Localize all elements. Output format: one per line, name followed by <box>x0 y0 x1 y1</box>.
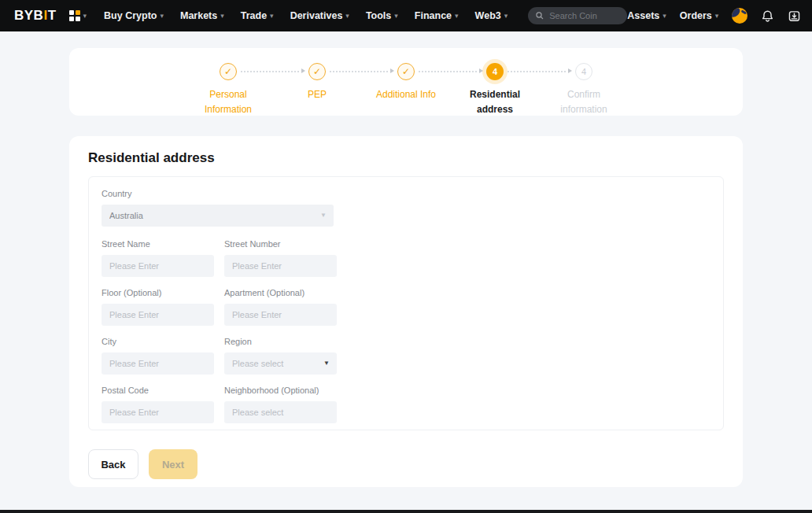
chevron-down-icon: ▾ <box>455 13 459 20</box>
form-actions: Back Next <box>88 449 724 479</box>
country-field: Country ▼ <box>102 189 710 227</box>
chevron-down-icon: ▾ <box>160 13 164 20</box>
street-number-input[interactable] <box>224 255 337 277</box>
assets-menu[interactable]: Assets▾ <box>627 10 666 21</box>
region-field: Region ▼ <box>224 337 337 375</box>
kyc-stepper-card: Personal Information PEP Additional Info… <box>69 48 743 116</box>
nav-label: Markets <box>180 10 217 21</box>
country-select[interactable] <box>102 205 334 227</box>
step-label: Additional Info <box>370 87 442 102</box>
chevron-down-icon: ▾ <box>715 13 719 20</box>
field-label: Region <box>224 337 337 347</box>
nav-item-web3[interactable]: Web3▾ <box>475 10 508 21</box>
apps-menu-button[interactable]: ▾ <box>69 10 87 21</box>
logo-text: BYB <box>14 8 43 23</box>
chevron-down-icon: ▾ <box>663 13 666 20</box>
step-label: Confirm information <box>548 87 620 116</box>
page-title: Residential address <box>88 150 724 166</box>
street-number-field: Street Number <box>224 239 337 277</box>
country-label: Country <box>102 189 710 199</box>
logo-text: T <box>48 8 57 23</box>
coin-search-box[interactable] <box>528 7 627 24</box>
step-check-icon <box>308 63 326 80</box>
top-nav-bar: BYBIT ▾ Buy Crypto▾ Markets▾ Trade▾ Deri… <box>0 0 812 31</box>
neighborhood-select[interactable] <box>224 401 337 423</box>
neighborhood-field: Neighborhood (Optional) <box>224 386 337 423</box>
step-label: PEP <box>281 87 353 102</box>
nav-item-buy-crypto[interactable]: Buy Crypto▾ <box>104 10 164 21</box>
chevron-down-icon: ▾ <box>504 13 508 20</box>
nav-label: Web3 <box>475 10 501 21</box>
nav-label: Finance <box>415 10 452 21</box>
floor-field: Floor (Optional) <box>102 288 214 326</box>
nav-label: Orders <box>680 10 712 21</box>
nav-label: Tools <box>366 10 391 21</box>
nav-item-derivatives[interactable]: Derivatives▾ <box>290 10 349 21</box>
postal-code-field: Postal Code <box>102 386 214 423</box>
street-name-field: Street Name <box>102 239 214 277</box>
back-button[interactable]: Back <box>88 449 138 479</box>
street-name-input[interactable] <box>102 255 214 277</box>
nav-label: Assets <box>627 10 659 21</box>
field-label: Street Name <box>102 239 214 249</box>
search-icon <box>535 11 544 20</box>
postal-code-input[interactable] <box>102 401 214 423</box>
nav-label: Buy Crypto <box>104 10 157 21</box>
field-label: Apartment (Optional) <box>224 288 337 298</box>
field-label: Street Number <box>224 239 337 249</box>
nav-item-trade[interactable]: Trade▾ <box>241 10 274 21</box>
city-field: City <box>102 337 214 375</box>
header-right: Assets▾ Orders▾ <box>627 8 812 24</box>
nav-label: Derivatives <box>290 10 343 21</box>
chevron-down-icon: ▾ <box>270 13 274 20</box>
notifications-button[interactable] <box>761 9 774 23</box>
nav-item-finance[interactable]: Finance▾ <box>415 10 459 21</box>
main-nav: Buy Crypto▾ Markets▾ Trade▾ Derivatives▾… <box>104 10 507 21</box>
user-avatar[interactable] <box>732 8 747 24</box>
floor-input[interactable] <box>102 304 214 326</box>
step-number-badge: 4 <box>486 63 504 80</box>
field-label: City <box>102 337 214 347</box>
next-button[interactable]: Next <box>149 449 197 479</box>
chevron-down-icon: ▾ <box>345 13 349 20</box>
apps-grid-icon <box>69 10 80 21</box>
city-input[interactable] <box>102 352 214 375</box>
apartment-input[interactable] <box>224 304 337 326</box>
search-input[interactable] <box>549 11 620 20</box>
kyc-stepper: Personal Information PEP Additional Info… <box>69 63 743 116</box>
residential-address-card: Residential address Country ▼ Street Nam… <box>69 136 743 487</box>
bell-icon <box>761 9 774 23</box>
deposit-download-icon <box>788 9 801 23</box>
step-check-icon <box>397 63 415 80</box>
step-confirm-information: 4 Confirm information <box>540 63 629 116</box>
chevron-down-icon: ▾ <box>220 13 224 20</box>
bottom-bar <box>0 510 812 513</box>
chevron-down-icon: ▾ <box>394 13 398 20</box>
step-check-icon <box>220 63 237 80</box>
bybit-logo[interactable]: BYBIT <box>14 8 57 24</box>
address-fields-grid: Street Name Street Number Floor (Optiona… <box>102 239 710 423</box>
field-label: Postal Code <box>102 386 214 396</box>
step-label: Residential address <box>459 87 531 116</box>
chevron-down-icon: ▾ <box>83 13 87 20</box>
deposit-button[interactable] <box>788 9 801 23</box>
nav-item-markets[interactable]: Markets▾ <box>180 10 224 21</box>
step-label: Personal Information <box>192 87 264 116</box>
nav-item-tools[interactable]: Tools▾ <box>366 10 398 21</box>
field-label: Neighborhood (Optional) <box>224 386 337 396</box>
orders-menu[interactable]: Orders▾ <box>680 10 719 21</box>
step-number-badge: 4 <box>575 63 592 80</box>
field-label: Floor (Optional) <box>102 288 214 298</box>
address-form-panel: Country ▼ Street Name Street Number Floo… <box>88 176 724 430</box>
nav-label: Trade <box>241 10 267 21</box>
region-select[interactable] <box>224 352 337 375</box>
apartment-field: Apartment (Optional) <box>224 288 337 326</box>
